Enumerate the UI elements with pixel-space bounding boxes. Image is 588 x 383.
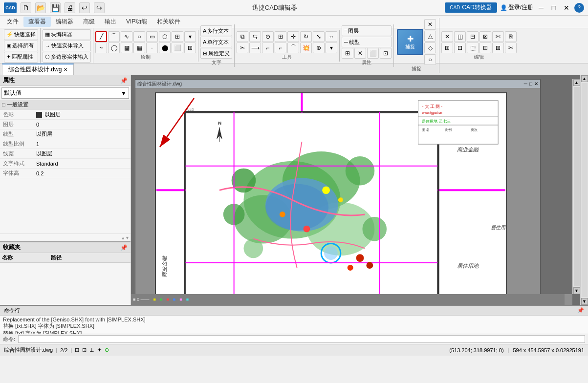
edit-opt10[interactable]: ⊟ [479,43,491,53]
command-header-pin[interactable]: 📌 [577,307,584,314]
grid-icon[interactable]: ⊞ [75,347,79,353]
osnap-icon[interactable]: ⊙ [105,347,109,353]
quick-import-button[interactable]: → 快速实体导入 [43,41,91,51]
edit-opt7[interactable]: ⊞ [441,43,453,53]
point-button[interactable]: · [146,43,158,53]
minimize-button[interactable]: ─ [536,3,546,13]
properties-dropdown[interactable]: 默认值 ▼ [1,87,129,99]
edit-opt3[interactable]: ⊟ [467,31,479,42]
menu-output[interactable]: 输出 [100,17,121,27]
gradient-button[interactable]: ▦ [133,43,145,53]
edit-opt1[interactable]: ✕ [441,31,453,42]
capture-opt3[interactable]: ◇ [424,43,436,53]
save-file-icon[interactable]: 💾 [50,2,61,13]
undo-icon[interactable]: ↩ [79,2,90,13]
more-tool-button[interactable]: ▾ [326,43,337,53]
table-button[interactable]: ⊞ [184,43,196,53]
help-icon[interactable]: ? [574,3,584,13]
main-vscroll-up[interactable]: ▲ [581,75,588,82]
edit-opt4[interactable]: ⊠ [479,31,491,42]
prop2-button[interactable]: ✕ [354,48,366,59]
stretch-button[interactable]: ↔ [326,31,337,42]
capture-opt4[interactable]: ○ [424,54,436,65]
chamfer-button[interactable]: ⌐ [275,43,286,53]
linetype-button[interactable]: ─ 线型 [342,37,392,47]
menu-editor[interactable]: 编辑器 [51,17,78,27]
ortho-icon[interactable]: ⊥ [89,347,94,353]
vscroll-up-icon[interactable]: ▲ [573,79,580,86]
block-editor-button[interactable]: ▦ 块编辑器 [43,29,91,40]
match-properties-button[interactable]: ✦ 匹配属性 [4,52,38,63]
hatch-button[interactable]: ▩ [121,43,132,53]
main-vscroll-down[interactable]: ▼ [581,298,588,305]
menu-advanced[interactable]: 高级 [78,17,100,27]
edit-opt8[interactable]: ⊡ [454,43,466,53]
edit-opt6[interactable]: ⎘ [505,31,517,42]
prop1-button[interactable]: ⊞ [342,48,353,59]
close-button[interactable]: ✕ [562,3,571,13]
edit-opt5[interactable]: ✄ [492,31,504,42]
wipeout-button[interactable]: ⬜ [172,43,183,53]
more-draw-button[interactable]: ▾ [184,31,196,42]
trim-button[interactable]: ✂ [237,43,248,53]
snap-icon[interactable]: ⊡ [82,347,87,353]
prop4-button[interactable]: ⊡ [380,48,392,59]
rectangle-button[interactable]: ▭ [146,31,158,42]
open-file-icon[interactable]: 📂 [35,2,46,13]
fillet-button[interactable]: ⌒ [287,43,299,53]
ellipse-button[interactable]: ◯ [108,43,120,53]
quick-select-button[interactable]: ⚡ 快速选择 [4,29,38,40]
drawing-minimize-icon[interactable]: ─ [524,81,527,86]
restore-button[interactable]: □ [549,3,559,13]
menu-related[interactable]: 相关软件 [152,17,185,27]
tab-close-icon[interactable]: ✕ [64,67,67,72]
scale-button[interactable]: ⤡ [313,31,325,42]
capture-opt1[interactable]: ✕ [424,19,436,30]
capture-opt2[interactable]: △ [424,31,436,42]
line-button[interactable]: ╱ [95,31,107,42]
drawing-close-icon[interactable]: ✕ [534,81,538,86]
edit-opt12[interactable]: ✂ [505,43,517,53]
polyline-button[interactable]: ⌒ [108,31,120,42]
rotate-button[interactable]: ↻ [300,31,312,42]
polygon-input-button[interactable]: ⬡ 多边形实体输入 [43,52,91,63]
tab-drawing[interactable]: 综合性园林设计.dwg ✕ [2,64,74,75]
drawing-content[interactable]: N - 大 工 网 - www.tgpat.cn 居住用地 乙七三 图 名 比例… [135,88,540,305]
region-button[interactable]: ⬤ [159,43,171,53]
circle-button[interactable]: ○ [133,31,145,42]
arc-button[interactable]: ∿ [121,31,132,42]
explode-button[interactable]: 💥 [300,43,312,53]
menu-file[interactable]: 文件 [2,17,23,27]
menu-vip[interactable]: VIP功能 [121,17,152,27]
layer-button[interactable]: ≡ 图层 [342,25,392,36]
mtext-button[interactable]: A 多行文本 [200,25,232,36]
text-button[interactable]: A 单行文本 [200,37,232,47]
select-all-button[interactable]: ▣ 选择所有 [4,41,38,51]
prop3-button[interactable]: ⬜ [367,48,379,59]
properties-pin-icon[interactable]: 📌 [120,77,128,84]
edit-opt11[interactable]: ⊞ [492,43,504,53]
edit-opt2[interactable]: ◫ [454,31,466,42]
offset-button[interactable]: ⊙ [262,31,274,42]
break-button[interactable]: ⌐ [262,43,274,53]
command-input-field[interactable] [18,335,585,343]
capture-button[interactable]: ✚ 捕捉 [397,29,423,55]
mirror-button[interactable]: ⇆ [249,31,261,42]
redo-icon[interactable]: ↪ [94,2,105,13]
edit-opt9[interactable]: ⬚ [467,43,479,53]
extend-button[interactable]: ⟶ [249,43,261,53]
drawing-restore-icon[interactable]: □ [529,81,532,86]
array-button[interactable]: ⊞ [275,31,286,42]
login-button[interactable]: 👤 登录/注册 [500,3,533,12]
new-file-icon[interactable]: 🗋 [21,2,31,13]
polar-icon[interactable]: ✦ [97,347,102,353]
menu-viewer[interactable]: 查看器 [23,17,51,27]
vscroll-down-icon[interactable]: ▼ [573,287,580,294]
favorites-pin-icon[interactable]: 📌 [120,244,128,251]
insert-block-button[interactable]: ⊞ [172,31,183,42]
polygon-button[interactable]: ⬡ [159,31,171,42]
cad-converter-button[interactable]: CAD CAD转换器 [445,2,497,13]
move-button[interactable]: ✛ [287,31,299,42]
join-button[interactable]: ⊕ [313,43,325,53]
spline-button[interactable]: ~ [95,43,107,53]
